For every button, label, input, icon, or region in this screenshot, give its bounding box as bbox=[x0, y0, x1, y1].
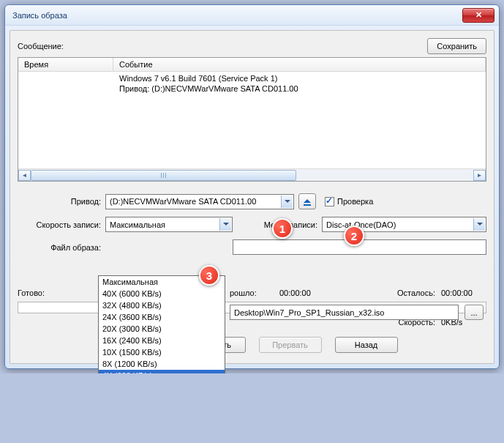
annotation-marker-3: 3 bbox=[199, 265, 219, 286]
remaining-value: 00:00:00 bbox=[435, 288, 486, 297]
speed-option[interactable]: 24X (3600 KB/s) bbox=[99, 311, 225, 323]
chevron-down-icon bbox=[281, 196, 293, 208]
remaining-label: Осталось: bbox=[397, 288, 435, 297]
log-body: Windows 7 v6.1 Build 7601 (Service Pack … bbox=[18, 72, 486, 168]
log-header: Время Событие bbox=[18, 58, 486, 72]
write-speed-dropdown[interactable]: Максимальная40X (6000 KB/s)32X (4800 KB/… bbox=[98, 275, 225, 373]
titlebar[interactable]: Запись образа ✕ bbox=[5, 5, 499, 26]
close-icon: ✕ bbox=[475, 10, 482, 20]
log-row[interactable]: Привод: (D:)NECVMWarVMware SATA CD011.00 bbox=[18, 83, 486, 94]
drive-label: Привод: bbox=[18, 197, 105, 206]
speed-option[interactable]: 8X (1200 KB/s) bbox=[99, 358, 225, 370]
speed-option[interactable]: 40X (6000 KB/s) bbox=[99, 288, 225, 299]
abort-button[interactable]: Прервать bbox=[259, 337, 322, 353]
browse-button[interactable]: ... bbox=[464, 305, 484, 320]
elapsed-label: рошло: bbox=[230, 288, 274, 297]
horizontal-scrollbar[interactable]: ◄ ► bbox=[18, 168, 486, 181]
back-button[interactable]: Назад bbox=[335, 337, 398, 353]
chevron-down-icon bbox=[473, 218, 485, 231]
drive-select[interactable]: (D:)NECVMWarVMware SATA CD011.00 bbox=[105, 194, 294, 209]
image-file-label: Файл образа: bbox=[18, 243, 105, 252]
client-area: Сообщение: Сохранить Время Событие Windo… bbox=[10, 30, 494, 364]
verify-checkbox[interactable] bbox=[325, 197, 334, 206]
speed-option[interactable]: 10X (1500 KB/s) bbox=[99, 346, 225, 358]
verify-label[interactable]: Проверка bbox=[337, 197, 373, 206]
eject-icon bbox=[304, 196, 311, 203]
annotation-marker-1: 1 bbox=[272, 218, 293, 239]
ellipsis-icon: ... bbox=[470, 308, 477, 317]
scroll-right-button[interactable]: ► bbox=[473, 170, 486, 181]
write-speed-select[interactable]: Максимальная bbox=[105, 217, 233, 232]
close-button[interactable]: ✕ bbox=[462, 8, 494, 23]
scroll-track[interactable] bbox=[31, 170, 473, 181]
dialog-window: Запись образа ✕ Сообщение: Сохранить Вре… bbox=[4, 4, 500, 369]
write-speed-label: Скорость записи: bbox=[18, 220, 105, 229]
scroll-left-button[interactable]: ◄ bbox=[18, 170, 31, 181]
eject-button[interactable] bbox=[298, 193, 316, 209]
speed-option[interactable]: 4X (600 KB/s) bbox=[99, 370, 225, 373]
window-title: Запись образа bbox=[12, 11, 462, 20]
col-time-header[interactable]: Время bbox=[18, 58, 113, 71]
log-row[interactable]: Windows 7 v6.1 Build 7601 (Service Pack … bbox=[18, 73, 486, 83]
chevron-down-icon bbox=[219, 218, 231, 231]
col-event-header[interactable]: Событие bbox=[113, 58, 486, 71]
save-button[interactable]: Сохранить bbox=[427, 38, 486, 54]
image-file-textbox[interactable]: Desktop\Win7_Pro_SP1_Russian_x32.iso bbox=[230, 305, 459, 320]
speed-option[interactable]: 20X (3000 KB/s) bbox=[99, 323, 225, 335]
message-label: Сообщение: bbox=[18, 42, 427, 51]
elapsed-value: 00:00:00 bbox=[274, 288, 317, 297]
scroll-thumb[interactable] bbox=[31, 170, 296, 181]
log-listview[interactable]: Время Событие Windows 7 v6.1 Build 7601 … bbox=[18, 57, 486, 182]
ready-label: Готово: bbox=[18, 288, 105, 297]
speed-option[interactable]: 32X (4800 KB/s) bbox=[99, 299, 225, 311]
annotation-marker-2: 2 bbox=[344, 226, 364, 246]
speed-option[interactable]: 16X (2400 KB/s) bbox=[99, 335, 225, 346]
